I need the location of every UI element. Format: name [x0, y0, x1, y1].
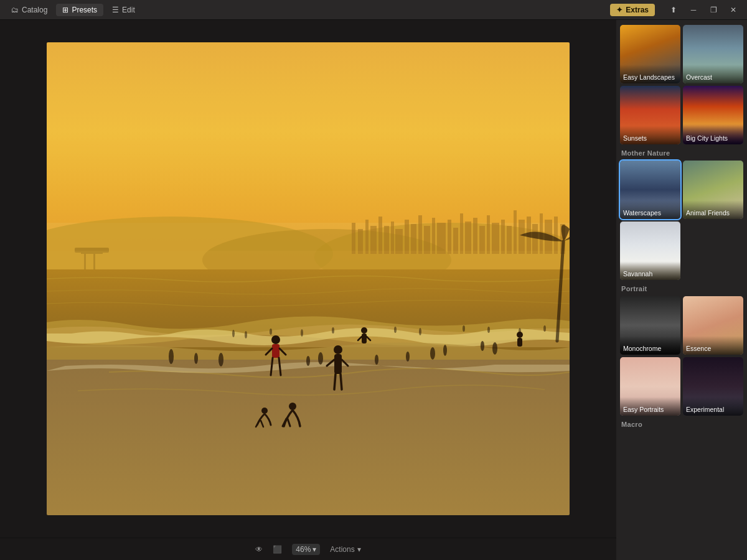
close-button[interactable]: ✕: [725, 3, 742, 17]
nav-group: 🗂 Catalog ⊞ Presets ☰ Edit: [5, 4, 141, 16]
presets-icon: ⊞: [62, 6, 68, 14]
presets-label: Presets: [72, 6, 97, 14]
actions-dropdown-icon: ▾: [357, 545, 361, 554]
maximize-button[interactable]: ❐: [705, 3, 722, 17]
overcast-card[interactable]: Overcast: [683, 25, 743, 83]
zoom-dropdown-icon: ▾: [312, 545, 316, 554]
essence-label: Essence: [683, 336, 743, 355]
savannah-label: Savannah: [620, 261, 680, 280]
actions-label: Actions: [330, 545, 354, 554]
easy-landscapes-label: Easy Landscapes: [620, 65, 680, 83]
overcast-label: Overcast: [683, 65, 743, 83]
presets-panel: Easy Landscapes Overcast Sunsets Big Cit…: [616, 20, 747, 560]
edit-icon: ☰: [112, 6, 119, 14]
catalog-label: Catalog: [22, 6, 47, 14]
animal-friends-card[interactable]: Animal Friends: [683, 161, 743, 219]
edit-label: Edit: [122, 6, 135, 14]
main-content: 👁 ⬛ 46% ▾ Actions ▾ Easy Landscapes Over…: [0, 20, 747, 560]
eye-toggle[interactable]: 👁: [255, 545, 263, 554]
easy-landscapes-card[interactable]: Easy Landscapes: [620, 25, 680, 83]
catalog-icon: 🗂: [11, 6, 19, 14]
beach-scene-svg: [47, 42, 570, 515]
compare-icon: ⬛: [273, 545, 282, 554]
svg-rect-76: [47, 42, 570, 515]
extras-label: Extras: [626, 6, 649, 14]
easy-portraits-label: Easy Portraits: [620, 397, 680, 416]
landscape-section: Easy Landscapes Overcast: [620, 25, 743, 83]
animal-friends-label: Animal Friends: [683, 200, 743, 219]
extras-icon: ✦: [616, 6, 622, 14]
portrait-section-label: Portrait: [621, 285, 743, 292]
monochrome-card[interactable]: Monochrome: [620, 296, 680, 355]
photo-area: 👁 ⬛ 46% ▾ Actions ▾: [0, 20, 616, 560]
big-city-lights-card[interactable]: Big City Lights: [683, 86, 743, 144]
actions-button[interactable]: Actions ▾: [330, 545, 360, 554]
zoom-value: 46%: [296, 545, 311, 554]
monochrome-label: Monochrome: [620, 336, 680, 355]
sunset-section: Sunsets Big City Lights: [620, 86, 743, 144]
experimental-label: Experimental: [683, 397, 743, 416]
titlebar-right: ✦ Extras ⬆ ─ ❐ ✕: [610, 3, 742, 17]
portrait-grid: Monochrome Essence Easy Portraits Experi…: [620, 296, 743, 416]
mother-nature-section-label: Mother Nature: [621, 149, 743, 157]
easy-portraits-card[interactable]: Easy Portraits: [620, 357, 680, 416]
compare-toggle[interactable]: ⬛: [273, 545, 282, 554]
photo-toolbar: 👁 ⬛ 46% ▾ Actions ▾: [0, 538, 616, 560]
catalog-button[interactable]: 🗂 Catalog: [5, 4, 54, 16]
window-controls: ⬆ ─ ❐ ✕: [665, 3, 742, 17]
presets-button[interactable]: ⊞ Presets: [56, 4, 103, 16]
minimize-button[interactable]: ─: [685, 3, 702, 17]
waterscapes-label: Waterscapes: [620, 200, 680, 219]
titlebar: 🗂 Catalog ⊞ Presets ☰ Edit ✦ Extras ⬆ ─ …: [0, 0, 747, 20]
photo-container: [0, 20, 616, 538]
big-city-lights-label: Big City Lights: [683, 126, 743, 144]
waterscapes-card[interactable]: Waterscapes: [620, 161, 680, 219]
extras-button[interactable]: ✦ Extras: [610, 4, 655, 16]
savannah-card[interactable]: Savannah: [620, 222, 680, 280]
sunsets-label: Sunsets: [620, 126, 680, 144]
eye-icon: 👁: [255, 545, 263, 554]
share-button[interactable]: ⬆: [665, 3, 682, 17]
sunsets-card[interactable]: Sunsets: [620, 86, 680, 144]
zoom-control[interactable]: 46% ▾: [292, 544, 320, 555]
main-photo: [47, 42, 570, 515]
experimental-card[interactable]: Experimental: [683, 357, 743, 416]
savannah-row: Savannah: [620, 222, 743, 280]
essence-card[interactable]: Essence: [683, 296, 743, 355]
mother-nature-grid: Waterscapes Animal Friends: [620, 161, 743, 219]
macro-section-label: Macro: [621, 421, 743, 428]
edit-button[interactable]: ☰ Edit: [106, 4, 141, 16]
